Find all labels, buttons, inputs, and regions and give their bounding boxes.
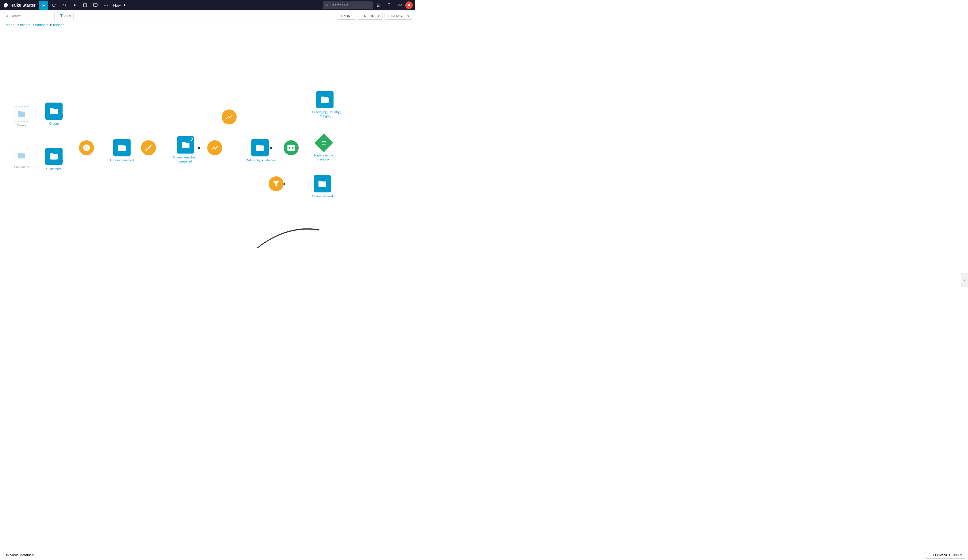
flow-canvas[interactable]: Orders Orders Customers Customers Orders… bbox=[0, 28, 415, 248]
groupby-lower-node[interactable] bbox=[207, 140, 222, 155]
orders-country-node[interactable]: Orders_by_Country_Category bbox=[312, 91, 338, 118]
filter-icon bbox=[60, 14, 63, 18]
orders-label: Orders bbox=[49, 122, 59, 126]
flow-active-dot bbox=[124, 4, 125, 6]
app-title: Haiku Starter bbox=[10, 3, 35, 8]
flow-search-box[interactable] bbox=[3, 12, 55, 20]
grid-icon-btn[interactable] bbox=[374, 1, 383, 10]
groupby-upper-node[interactable] bbox=[222, 109, 237, 124]
flow-breadcrumb: 1 model 2 folders 7 datasets 6 recipes bbox=[0, 22, 415, 28]
customers-ghost-label: Customers bbox=[14, 165, 29, 169]
flow-connections bbox=[0, 28, 415, 248]
layers-icon-btn[interactable] bbox=[80, 1, 90, 10]
monitor-icon-btn[interactable] bbox=[91, 1, 100, 10]
flow-toolbar: All ▾ + ZONE + RECIPE▾ + DATASET▾ bbox=[0, 10, 415, 22]
orders-node[interactable]: Orders bbox=[45, 102, 63, 126]
dataset-caret: ▾ bbox=[407, 14, 409, 18]
user-avatar[interactable]: A bbox=[405, 2, 413, 9]
folder-count: 2 bbox=[17, 23, 19, 27]
play-icon-btn[interactable] bbox=[70, 1, 79, 10]
high-revenue-label: High revenueprediction bbox=[314, 153, 333, 162]
dataset-count: 7 bbox=[32, 23, 34, 27]
customers-ghost-node[interactable]: Customers bbox=[14, 148, 30, 169]
orders-filtered-node[interactable]: Orders_filtered bbox=[312, 175, 333, 198]
folders-link[interactable]: folders bbox=[20, 23, 30, 27]
orders-country-label: Orders_by_Country_Category bbox=[312, 110, 338, 118]
filter-dropdown-btn[interactable]: All ▾ bbox=[57, 12, 73, 20]
app-logo[interactable] bbox=[2, 2, 9, 9]
orders-customer-node[interactable]: Orders_by_customer bbox=[245, 139, 274, 162]
orders-customer-label: Orders_by_customer bbox=[245, 158, 274, 162]
orders-ep-label: Orders_enriched_prepared bbox=[173, 155, 198, 164]
orders-ghost-label: Orders bbox=[17, 123, 27, 127]
customers-label: Customers bbox=[46, 167, 61, 171]
model-count: 1 bbox=[3, 23, 5, 27]
global-search-input[interactable] bbox=[330, 3, 371, 7]
recipe-caret: ▾ bbox=[378, 14, 380, 18]
topnav-right: ? A bbox=[374, 1, 413, 10]
prepare-recipe-node[interactable] bbox=[141, 140, 156, 155]
add-zone-btn[interactable]: + ZONE bbox=[337, 13, 356, 20]
global-search-box[interactable] bbox=[323, 2, 373, 9]
filter-recipe-node[interactable] bbox=[269, 176, 283, 191]
high-revenue-node[interactable]: High revenueprediction bbox=[314, 134, 333, 162]
recipe-count: 6 bbox=[50, 23, 52, 27]
add-recipe-btn[interactable]: + RECIPE▾ bbox=[358, 13, 383, 20]
flow-search-input[interactable] bbox=[11, 14, 51, 18]
orders-ep-node[interactable]: Orders_enriched_prepared bbox=[173, 136, 198, 164]
help-icon-btn[interactable]: ? bbox=[385, 1, 394, 10]
customers-node[interactable]: Customers bbox=[45, 148, 63, 171]
filter-caret: ▾ bbox=[69, 14, 71, 18]
top-navigation: Haiku Starter ➤ ⋯ Flow ? A bbox=[0, 0, 415, 10]
flow-label: Flow bbox=[111, 3, 122, 8]
model-node[interactable] bbox=[283, 140, 298, 155]
orders-enriched-label: Orders_enriched bbox=[110, 158, 134, 162]
datasets-link[interactable]: datasets bbox=[35, 23, 48, 27]
join-recipe-node[interactable] bbox=[79, 140, 94, 155]
orders-ghost-node[interactable]: Orders bbox=[14, 106, 30, 127]
toolbar-right-actions: + ZONE + RECIPE▾ + DATASET▾ bbox=[337, 13, 412, 20]
flow-icon-btn[interactable]: ➤ bbox=[39, 1, 48, 10]
more-icon-btn[interactable]: ⋯ bbox=[101, 1, 110, 10]
filter-label: All bbox=[64, 14, 68, 18]
recipes-link[interactable]: recipes bbox=[53, 23, 64, 27]
refresh-icon-btn[interactable] bbox=[49, 1, 58, 10]
add-dataset-btn[interactable]: + DATASET▾ bbox=[385, 13, 412, 20]
orders-filtered-label: Orders_filtered bbox=[312, 194, 333, 198]
analytics-icon-btn[interactable] bbox=[395, 1, 404, 10]
code-icon-btn[interactable] bbox=[60, 1, 69, 10]
orders-enriched-node[interactable]: Orders_enriched bbox=[110, 139, 134, 162]
model-link[interactable]: model bbox=[6, 23, 15, 27]
